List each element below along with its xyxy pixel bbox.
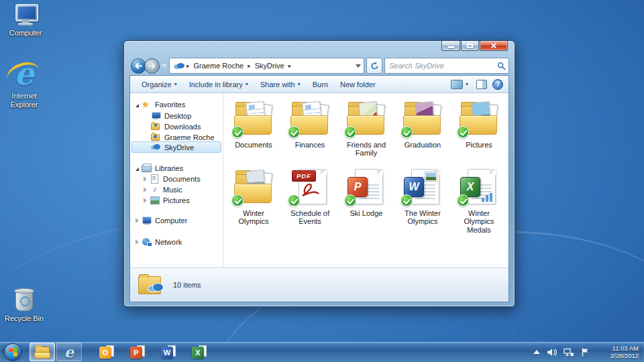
address-dropdown-icon[interactable] <box>356 64 361 68</box>
file-tile-finances[interactable]: Finances <box>282 100 338 168</box>
sync-check-badge <box>231 194 244 206</box>
close-button[interactable] <box>480 41 508 51</box>
share-with-menu[interactable]: Share with▾ <box>254 78 307 90</box>
back-arrow-icon <box>134 62 143 70</box>
taskbar-word-button[interactable]: W <box>161 345 176 359</box>
burn-button[interactable]: Burn <box>307 78 334 90</box>
command-bar: Organize▾ Include in library▾ Share with… <box>130 76 508 93</box>
file-tile-winter-olympics-medals[interactable]: X Winter Olympics Medals <box>451 168 507 237</box>
file-tile-the-winter-olympics[interactable]: W The Winter Olympics <box>394 168 451 237</box>
sidebar-item-music-library[interactable]: ♪ Music <box>130 184 221 195</box>
sidebar-item-desktop[interactable]: Desktop <box>130 110 221 121</box>
breadcrumb-item[interactable]: SkyDrive <box>252 62 288 70</box>
maximize-button[interactable] <box>461 41 479 51</box>
pdf-label: PDF <box>292 170 316 182</box>
sync-check-badge <box>288 194 300 206</box>
sidebar-item-skydrive[interactable]: SkyDrive <box>130 141 221 153</box>
taskbar-outlook-button[interactable]: O <box>99 345 114 359</box>
desktop-icon-recycle-bin[interactable]: Recycle Bin <box>0 288 48 323</box>
expand-arrow-icon[interactable] <box>144 187 147 192</box>
taskbar-powerpoint-button[interactable]: P <box>130 345 145 359</box>
expand-arrow-icon[interactable] <box>136 218 139 223</box>
expand-arrow-icon[interactable] <box>136 104 139 107</box>
chevron-down-icon: ▾ <box>466 81 468 87</box>
file-tile-documents[interactable]: Documents <box>225 100 282 168</box>
minimize-button[interactable] <box>441 41 460 51</box>
chevron-down-icon: ▾ <box>246 81 248 87</box>
start-button[interactable] <box>4 343 21 361</box>
new-folder-button[interactable]: New folder <box>334 78 382 90</box>
sync-check-badge <box>457 126 469 138</box>
forward-button[interactable] <box>144 58 160 74</box>
file-tile-winter-olympics[interactable]: Winter Olympics <box>225 168 282 237</box>
flag-icon <box>581 348 590 357</box>
help-button[interactable]: ? <box>492 79 503 90</box>
refresh-icon <box>370 62 379 70</box>
preview-pane-button[interactable] <box>476 80 487 89</box>
outlook-icon: O <box>99 347 111 359</box>
desktop-icon-internet-explorer[interactable]: e Internet Explorer <box>0 59 48 109</box>
desktop-icon-computer[interactable]: Computer <box>1 4 50 38</box>
expand-arrow-icon[interactable] <box>136 168 139 171</box>
taskbar-internet-explorer-button[interactable]: e <box>56 343 82 361</box>
internet-explorer-icon: e <box>64 345 74 359</box>
taskbar-explorer-button[interactable] <box>30 343 55 361</box>
file-tile-graduation[interactable]: Graduation <box>394 100 451 168</box>
network-icon <box>142 237 152 246</box>
expand-arrow-icon[interactable] <box>136 239 139 245</box>
skydrive-folder-icon <box>138 274 164 296</box>
file-tile-schedule-of-events[interactable]: PDF Schedule of Events <box>282 168 338 237</box>
photo-thumbnail <box>425 172 437 181</box>
explorer-window: ▸ Graeme Roche ▸ SkyDrive ▸ Organize▾ In… <box>123 40 515 307</box>
folder-icon <box>403 100 442 139</box>
window-content: Organize▾ Include in library▾ Share with… <box>129 75 509 302</box>
up-arrow-icon <box>533 350 540 354</box>
address-bar-row: ▸ Graeme Roche ▸ SkyDrive ▸ <box>129 58 509 74</box>
chevron-down-icon: ▾ <box>298 81 301 87</box>
desktop-icon-label: Internet Explorer <box>0 92 48 109</box>
forward-arrow-icon <box>148 62 156 70</box>
sidebar-group-favorites[interactable]: ★ Favorites <box>130 99 221 110</box>
show-hidden-icons-button[interactable] <box>533 350 540 354</box>
taskbar-clock[interactable]: 11:03 AM 2/28/2012 <box>597 345 639 359</box>
search-input[interactable] <box>388 61 497 70</box>
breadcrumb-separator: ▸ <box>288 62 292 69</box>
refresh-button[interactable] <box>366 58 382 74</box>
folder-icon <box>460 100 498 139</box>
action-center-button[interactable] <box>581 348 590 357</box>
excel-icon: X <box>192 347 204 359</box>
file-tile-friends-and-family[interactable]: Friends and Family <box>338 100 394 168</box>
sidebar-group-libraries[interactable]: Libraries <box>130 162 221 174</box>
network-status-button[interactable] <box>564 348 574 357</box>
search-icon[interactable] <box>497 62 506 70</box>
sidebar-group-computer[interactable]: Computer <box>130 215 221 226</box>
taskbar: e O P W X 11:03 AM 2/28/2012 <box>0 342 644 362</box>
sidebar-group-network[interactable]: Network <box>130 236 221 247</box>
word-icon: W <box>161 347 173 359</box>
file-tile-pictures[interactable]: Pictures <box>451 100 507 168</box>
expand-arrow-icon[interactable] <box>144 198 147 203</box>
desktop-icon-label: Recycle Bin <box>0 314 48 323</box>
breadcrumb-item[interactable]: Graeme Roche <box>191 62 248 70</box>
documents-library-icon <box>150 174 160 183</box>
taskbar-excel-button[interactable]: X <box>192 345 207 359</box>
clock-time: 11:03 AM <box>597 345 639 352</box>
volume-button[interactable] <box>547 348 557 357</box>
change-view-button[interactable]: ▾ <box>448 78 471 91</box>
sync-check-badge <box>400 126 413 138</box>
skydrive-icon <box>174 62 184 70</box>
sidebar-item-downloads[interactable]: Downloads <box>130 121 221 132</box>
sidebar-item-pictures-library[interactable]: Pictures <box>130 194 221 206</box>
item-count: 10 items <box>173 281 201 289</box>
address-bar[interactable]: ▸ Graeme Roche ▸ SkyDrive ▸ <box>169 58 364 74</box>
favorites-star-icon: ★ <box>142 100 152 109</box>
file-tile-ski-lodge[interactable]: P Ski Lodge <box>338 168 394 237</box>
pictures-library-icon <box>150 196 160 204</box>
search-box <box>384 58 509 74</box>
sidebar-item-documents-library[interactable]: Documents <box>130 173 221 184</box>
computer-icon <box>13 4 38 27</box>
recent-pages-dropdown[interactable] <box>162 64 167 68</box>
organize-menu[interactable]: Organize▾ <box>136 78 183 90</box>
include-in-library-menu[interactable]: Include in library▾ <box>183 78 254 90</box>
expand-arrow-icon[interactable] <box>144 176 147 182</box>
